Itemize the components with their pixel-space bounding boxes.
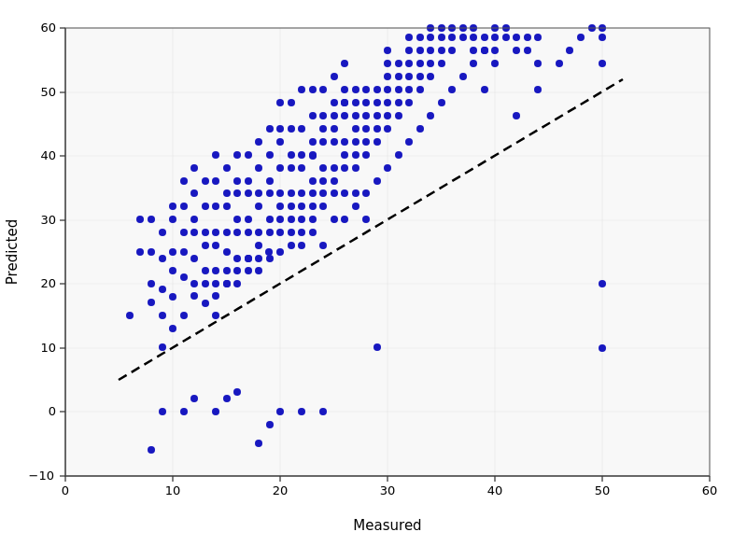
svg-point-195 <box>395 112 402 119</box>
svg-point-239 <box>255 440 262 447</box>
svg-point-275 <box>341 216 348 223</box>
svg-point-219 <box>448 47 456 54</box>
svg-point-132 <box>298 189 305 197</box>
svg-point-100 <box>255 229 262 236</box>
svg-point-99 <box>255 242 262 249</box>
y-tick-20: 20 <box>40 276 56 290</box>
svg-point-39 <box>159 343 166 351</box>
svg-point-147 <box>319 189 327 197</box>
svg-point-268 <box>599 280 606 287</box>
svg-point-53 <box>180 229 188 236</box>
svg-point-165 <box>341 138 348 146</box>
svg-point-75 <box>212 177 219 185</box>
svg-point-242 <box>233 388 241 396</box>
svg-point-102 <box>255 189 262 197</box>
svg-point-291 <box>245 255 252 262</box>
svg-point-212 <box>427 47 434 54</box>
svg-point-226 <box>481 34 488 41</box>
svg-point-114 <box>276 216 284 223</box>
svg-point-284 <box>438 99 445 106</box>
svg-point-273 <box>319 242 327 249</box>
svg-point-76 <box>212 151 219 159</box>
svg-point-135 <box>298 125 305 133</box>
svg-point-281 <box>405 138 413 146</box>
svg-point-81 <box>223 203 231 210</box>
svg-point-228 <box>491 47 499 54</box>
svg-point-139 <box>309 189 317 197</box>
svg-point-191 <box>384 99 391 106</box>
x-tick-0: 0 <box>62 483 69 497</box>
svg-point-60 <box>190 216 198 223</box>
svg-point-236 <box>524 34 531 41</box>
svg-point-175 <box>352 99 359 106</box>
svg-point-57 <box>190 280 198 287</box>
svg-point-207 <box>416 60 424 67</box>
svg-point-110 <box>266 151 274 159</box>
svg-point-125 <box>288 164 295 172</box>
svg-point-126 <box>288 151 295 159</box>
svg-point-256 <box>481 86 488 93</box>
svg-point-229 <box>491 34 499 41</box>
svg-point-105 <box>266 255 274 262</box>
svg-point-250 <box>341 99 348 106</box>
svg-point-241 <box>223 395 231 402</box>
svg-point-206 <box>416 73 424 80</box>
svg-point-96 <box>245 177 252 185</box>
svg-point-40 <box>159 312 166 319</box>
svg-point-82 <box>223 189 231 197</box>
svg-point-215 <box>438 60 445 67</box>
svg-point-262 <box>566 47 573 54</box>
svg-point-170 <box>352 164 359 172</box>
svg-point-181 <box>362 99 370 106</box>
svg-point-54 <box>180 203 188 210</box>
svg-point-158 <box>331 125 338 133</box>
svg-point-193 <box>384 73 391 80</box>
svg-point-185 <box>374 112 381 119</box>
svg-point-274 <box>331 216 338 223</box>
svg-point-160 <box>331 99 338 106</box>
svg-point-263 <box>577 34 585 41</box>
svg-point-204 <box>405 47 413 54</box>
svg-point-136 <box>298 86 305 93</box>
svg-point-55 <box>180 177 188 185</box>
svg-point-209 <box>416 34 424 41</box>
svg-point-205 <box>416 86 424 93</box>
svg-point-192 <box>384 86 391 93</box>
svg-point-68 <box>202 177 209 185</box>
svg-point-51 <box>180 273 188 281</box>
svg-point-179 <box>362 125 370 133</box>
svg-point-288 <box>481 47 488 54</box>
svg-point-58 <box>190 255 198 262</box>
svg-point-101 <box>255 203 262 210</box>
x-tick-40: 40 <box>487 483 503 497</box>
svg-point-187 <box>374 86 381 93</box>
svg-point-233 <box>513 34 520 41</box>
svg-point-91 <box>245 267 252 274</box>
svg-point-78 <box>223 267 231 274</box>
svg-point-287 <box>470 60 477 67</box>
svg-point-67 <box>202 203 209 210</box>
svg-point-47 <box>169 248 176 256</box>
svg-point-196 <box>395 99 402 106</box>
svg-point-248 <box>180 408 188 415</box>
svg-point-225 <box>470 34 477 41</box>
svg-point-116 <box>276 189 284 197</box>
svg-point-134 <box>298 151 305 159</box>
svg-point-74 <box>212 203 219 210</box>
svg-point-234 <box>513 47 520 54</box>
x-axis-label: Measured <box>353 517 421 534</box>
svg-point-71 <box>212 267 219 274</box>
scatter-plot: 0 10 20 30 40 50 60 60 <box>0 0 747 560</box>
svg-point-86 <box>233 229 241 236</box>
y-tick-minus10: −10 <box>29 469 54 483</box>
svg-point-122 <box>288 216 295 223</box>
svg-point-266 <box>599 34 606 41</box>
svg-point-124 <box>288 189 295 197</box>
svg-point-119 <box>276 125 284 133</box>
svg-point-285 <box>448 86 456 93</box>
svg-point-154 <box>331 189 338 197</box>
x-tick-30: 30 <box>380 483 396 497</box>
svg-point-33 <box>136 248 144 256</box>
y-tick-30: 30 <box>40 213 56 227</box>
svg-point-188 <box>374 343 381 351</box>
